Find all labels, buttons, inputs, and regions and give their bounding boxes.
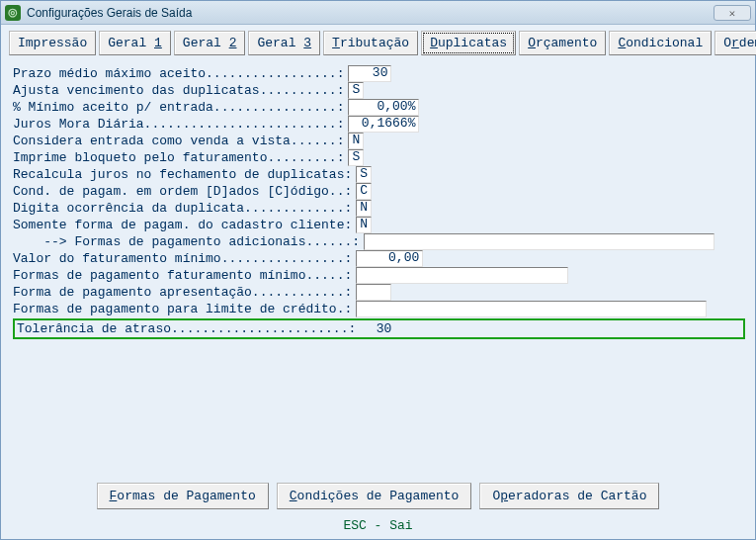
condicoes-pagamento-button[interactable]: Condições de Pagamento xyxy=(277,483,472,509)
row-minimo-entrada: % Mínimo aceito p/ entrada..............… xyxy=(13,99,745,116)
row-recalcula-juros: Recalcula juros no fechamento de duplica… xyxy=(13,166,745,183)
input-formas-faturamento-min[interactable] xyxy=(356,267,568,284)
tab-geral-2[interactable]: Geral 2 xyxy=(174,31,246,55)
row-formas-faturamento-min: Formas de pagamento faturamento mínimo..… xyxy=(13,267,745,284)
input-ajusta-vencimento[interactable]: S xyxy=(348,82,364,99)
label-ajusta-vencimento: Ajusta vencimento das duplicatas........… xyxy=(13,82,344,99)
input-cond-pagam-ordem[interactable]: C xyxy=(356,183,372,200)
input-somente-forma-pagam[interactable]: N xyxy=(356,217,372,233)
tab-duplicatas[interactable]: Duplicatas xyxy=(421,31,516,55)
row-somente-forma-pagam: Somente forma de pagam. do cadastro clie… xyxy=(13,217,745,233)
label-minimo-entrada: % Mínimo aceito p/ entrada..............… xyxy=(13,99,344,116)
label-formas-faturamento-min: Formas de pagamento faturamento mínimo..… xyxy=(13,267,352,284)
tab-orcamento[interactable]: Orçamento xyxy=(519,31,606,55)
input-considera-entrada[interactable]: N xyxy=(348,133,364,149)
label-valor-faturamento: Valor do faturamento mínimo.............… xyxy=(13,250,352,267)
content-area: Impressão Geral 1 Geral 2 Geral 3 Tribut… xyxy=(1,25,755,345)
row-juros-mora: Juros Mora Diária.......................… xyxy=(13,116,745,133)
row-formas-limite-credito: Formas de pagamento para limite de crédi… xyxy=(13,301,745,317)
close-button[interactable]: ⨉ xyxy=(714,5,751,21)
row-ajusta-vencimento: Ajusta vencimento das duplicatas........… xyxy=(13,82,745,99)
input-valor-faturamento[interactable]: 0,00 xyxy=(356,250,423,267)
label-recalcula-juros: Recalcula juros no fechamento de duplica… xyxy=(13,166,352,183)
row-digita-ocorrencia: Digita ocorrência da duplicata..........… xyxy=(13,200,745,217)
row-forma-apresentacao: Forma de pagamento apresentação.........… xyxy=(13,284,745,301)
tab-condicional[interactable]: Condicional xyxy=(609,31,712,55)
input-juros-mora[interactable]: 0,1666% xyxy=(348,116,419,133)
label-juros-mora: Juros Mora Diária.......................… xyxy=(13,116,344,133)
titlebar: ◎ Configurações Gerais de Saída ⨉ xyxy=(1,1,755,25)
label-prazo-medio: Prazo médio máximo aceito...............… xyxy=(13,65,344,82)
input-prazo-medio[interactable]: 30 xyxy=(348,65,391,82)
row-imprime-bloqueto: Imprime bloqueto pelo faturamento.......… xyxy=(13,149,745,166)
row-cond-pagam-ordem: Cond. de pagam. em ordem [D]ados [C]ódig… xyxy=(13,183,745,200)
label-considera-entrada: Considera entrada como venda a vista....… xyxy=(13,133,344,149)
bottom-button-bar: Formas de Pagamento Condições de Pagamen… xyxy=(1,483,755,509)
input-formas-adicionais[interactable] xyxy=(364,233,714,250)
label-formas-limite-credito: Formas de pagamento para limite de crédi… xyxy=(13,301,352,317)
operadoras-cartao-button[interactable]: Operadoras de Cartão xyxy=(479,483,659,509)
window-title: Configurações Gerais de Saída xyxy=(27,6,714,20)
input-formas-limite-credito[interactable] xyxy=(356,301,707,317)
input-digita-ocorrencia[interactable]: N xyxy=(356,200,372,217)
input-tolerancia-atraso[interactable]: 30 xyxy=(360,320,391,337)
label-forma-apresentacao: Forma de pagamento apresentação.........… xyxy=(13,284,352,301)
tab-tributacao[interactable]: Tributação xyxy=(323,31,418,55)
tab-bar: Impressão Geral 1 Geral 2 Geral 3 Tribut… xyxy=(9,31,747,55)
input-minimo-entrada[interactable]: 0,00% xyxy=(348,99,419,116)
label-somente-forma-pagam: Somente forma de pagam. do cadastro clie… xyxy=(13,217,352,233)
label-digita-ocorrencia: Digita ocorrência da duplicata..........… xyxy=(13,200,352,217)
status-bar: ESC - Sai xyxy=(1,518,755,533)
app-icon: ◎ xyxy=(5,5,21,21)
row-considera-entrada: Considera entrada como venda a vista....… xyxy=(13,133,745,149)
label-tolerancia-atraso: Tolerância de atraso....................… xyxy=(17,320,356,337)
input-recalcula-juros[interactable]: S xyxy=(356,166,372,183)
label-imprime-bloqueto: Imprime bloqueto pelo faturamento.......… xyxy=(13,149,344,166)
formas-pagamento-button[interactable]: Formas de Pagamento xyxy=(97,483,269,509)
input-forma-apresentacao[interactable] xyxy=(356,284,391,301)
row-tolerancia-atraso: Tolerância de atraso....................… xyxy=(13,318,745,339)
input-imprime-bloqueto[interactable]: S xyxy=(348,149,364,166)
form-area: Prazo médio máximo aceito...............… xyxy=(9,65,747,339)
row-prazo-medio: Prazo médio máximo aceito...............… xyxy=(13,65,745,82)
tab-ordem-cred[interactable]: Ordem Cred. xyxy=(714,31,756,55)
window: ◎ Configurações Gerais de Saída ⨉ Impres… xyxy=(0,0,756,540)
row-valor-faturamento: Valor do faturamento mínimo.............… xyxy=(13,250,745,267)
tab-geral-3[interactable]: Geral 3 xyxy=(248,31,320,55)
row-formas-adicionais: --> Formas de pagamento adicionais......… xyxy=(13,233,745,250)
label-formas-adicionais: --> Formas de pagamento adicionais......… xyxy=(13,233,360,250)
tab-impressao[interactable]: Impressão xyxy=(9,31,96,55)
label-cond-pagam-ordem: Cond. de pagam. em ordem [D]ados [C]ódig… xyxy=(13,183,352,200)
tab-geral-1[interactable]: Geral 1 xyxy=(99,31,171,55)
